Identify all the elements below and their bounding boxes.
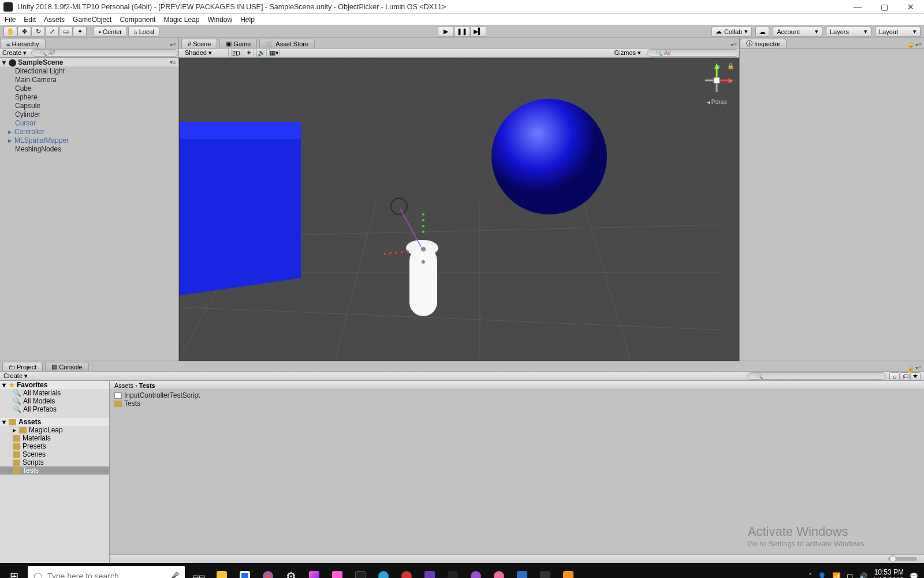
hierarchy-item[interactable]: Cube (0, 84, 178, 92)
lock-icon[interactable]: 🔒 (907, 365, 914, 371)
hierarchy-item[interactable]: Cylinder (0, 110, 178, 118)
taskbar-clock[interactable]: 10:53 PM 1/15/2019 (873, 568, 904, 578)
scene-view[interactable]: y x ◂ Persp 🔒 (179, 58, 739, 361)
taskbar-app-icon[interactable] (326, 563, 349, 578)
hierarchy-item[interactable]: Directional Light (0, 66, 178, 75)
battery-icon[interactable]: ▢ (847, 572, 853, 578)
panel-options-icon[interactable]: ▾≡ (170, 42, 176, 48)
menu-assets[interactable]: Assets (44, 16, 65, 24)
hierarchy-item[interactable]: Capsule (0, 101, 178, 110)
hierarchy-item[interactable]: ▸MLSpatialMapper (0, 136, 178, 144)
scene-lock-icon[interactable]: 🔒 (727, 63, 734, 69)
rotate-tool-button[interactable]: ↻ (31, 27, 45, 37)
step-button[interactable]: ▶▍ (470, 27, 486, 37)
project-file-item[interactable]: Tests (114, 399, 919, 407)
taskbar-app-icon[interactable] (511, 563, 534, 578)
hierarchy-item[interactable]: Main Camera (0, 75, 178, 84)
taskbar-app-icon[interactable] (210, 563, 233, 578)
taskbar-app-icon[interactable] (441, 563, 464, 578)
menu-window[interactable]: Window (208, 16, 233, 24)
filter-by-label-button[interactable]: 🏷 (900, 372, 910, 380)
folder-item-selected[interactable]: Tests (0, 466, 109, 475)
hierarchy-scene-row[interactable]: ▾⬤ SampleScene ▾≡ (0, 58, 178, 66)
lock-icon[interactable]: 🔒 (907, 42, 914, 48)
scale-tool-button[interactable]: ⤢ (45, 27, 59, 37)
taskbar-app-icon[interactable] (395, 563, 418, 578)
start-button[interactable]: ⊞ (0, 563, 28, 578)
menu-edit[interactable]: Edit (24, 16, 36, 24)
taskbar-app-icon[interactable] (418, 563, 441, 578)
scene-audio-toggle[interactable]: 🔊 (256, 49, 267, 57)
project-create-button[interactable]: Create ▾ (0, 372, 32, 380)
people-icon[interactable]: 👤 (818, 572, 826, 578)
project-file-item[interactable]: InputControllerTestScript (114, 391, 919, 399)
taskbar-app-icon[interactable]: ⚙ (280, 563, 303, 578)
transform-tool-button[interactable]: ✦ (73, 27, 87, 37)
taskbar-app-icon[interactable] (303, 563, 326, 578)
scene-orientation-gizmo[interactable]: y x ◂ Persp 🔒 (699, 63, 734, 109)
persp-label[interactable]: ◂ Persp (699, 99, 734, 105)
hierarchy-create-button[interactable]: Create ▾ (2, 49, 31, 57)
hand-tool-button[interactable]: ✋ (3, 27, 17, 37)
hierarchy-search-input[interactable]: 🔍 All (31, 49, 178, 57)
folder-item[interactable]: Presets (0, 442, 109, 450)
scene-2d-toggle[interactable]: 2D (231, 50, 241, 57)
collab-dropdown[interactable]: ☁ Collab▾ (711, 27, 752, 37)
breadcrumb-segment[interactable]: Assets (114, 382, 133, 389)
panel-options-icon[interactable]: ▾≡ (915, 365, 922, 371)
folder-item[interactable]: ▸MagicLeap (0, 426, 109, 434)
volume-icon[interactable]: 🔊 (859, 572, 867, 578)
panel-options-icon[interactable]: ▾≡ (731, 42, 737, 48)
taskbar-search-input[interactable]: ◯ Type here to search 🎤 (28, 566, 185, 578)
panel-options-icon[interactable]: ▾≡ (915, 42, 922, 48)
taskbar-app-icon[interactable] (256, 563, 280, 578)
hierarchy-item[interactable]: MeshingNodes (0, 144, 178, 153)
project-tab[interactable]: 🗀Project (2, 362, 43, 371)
save-search-button[interactable]: ★ (910, 372, 921, 380)
project-thumb-size-slider[interactable] (888, 557, 917, 561)
close-button[interactable]: ✕ (897, 0, 924, 14)
scene-fx-toggle[interactable]: ▦▾ (269, 49, 280, 57)
play-button[interactable]: ▶ (438, 27, 454, 37)
folder-item[interactable]: Scenes (0, 450, 109, 458)
draw-mode-dropdown[interactable]: Shaded ▾ (181, 49, 229, 57)
services-button[interactable]: ☁ (755, 27, 769, 37)
rect-tool-button[interactable]: ▭ (59, 27, 73, 37)
hierarchy-item[interactable]: Sphere (0, 92, 178, 101)
pivot-rotation-button[interactable]: ⌂ Local (128, 27, 159, 37)
wifi-icon[interactable]: 📶 (832, 572, 841, 578)
assets-header[interactable]: ▾Assets (0, 418, 109, 426)
project-search-input[interactable]: 🔍 (747, 372, 886, 380)
taskbar-app-icon[interactable] (349, 563, 372, 578)
menu-component[interactable]: Component (120, 16, 155, 24)
notifications-icon[interactable]: 💬 (910, 572, 918, 578)
inspector-tab[interactable]: ⓘ Inspector (740, 39, 787, 48)
layers-dropdown[interactable]: Layers▾ (826, 27, 871, 37)
taskbar-app-icon[interactable] (487, 563, 511, 578)
folder-item[interactable]: Scripts (0, 458, 109, 466)
maximize-button[interactable]: ▢ (871, 0, 897, 14)
taskbar-app-icon[interactable] (557, 563, 580, 578)
game-tab[interactable]: ▣Game (219, 39, 257, 48)
hierarchy-item[interactable]: ▸Controller (0, 127, 178, 136)
breadcrumb-segment[interactable]: Tests (139, 382, 155, 389)
scene-tab[interactable]: #Scene (181, 39, 217, 48)
favorite-item[interactable]: 🔍All Prefabs (0, 405, 109, 413)
favorites-header[interactable]: ▾★Favorites (0, 381, 109, 389)
scene-light-toggle[interactable]: ☀ (244, 49, 254, 57)
account-dropdown[interactable]: Account▾ (773, 27, 822, 37)
scene-search-input[interactable]: 🔍 All (647, 49, 739, 57)
taskbar-app-icon[interactable] (464, 563, 487, 578)
move-tool-button[interactable]: ✥ (17, 27, 31, 37)
layout-dropdown[interactable]: Layout▾ (875, 27, 921, 37)
folder-item[interactable]: Materials (0, 434, 109, 442)
menu-help[interactable]: Help (240, 16, 255, 24)
favorite-item[interactable]: 🔍All Materials (0, 389, 109, 397)
console-tab[interactable]: ▤Console (45, 362, 88, 371)
taskbar-app-icon[interactable] (372, 563, 395, 578)
menu-magicleap[interactable]: Magic Leap (163, 16, 199, 24)
asset-store-tab[interactable]: 🛒Asset Store (259, 39, 315, 48)
hierarchy-item[interactable]: Cursor (0, 118, 178, 127)
task-view-button[interactable]: ▭▭ (187, 563, 210, 578)
taskbar-app-icon[interactable] (534, 563, 557, 578)
